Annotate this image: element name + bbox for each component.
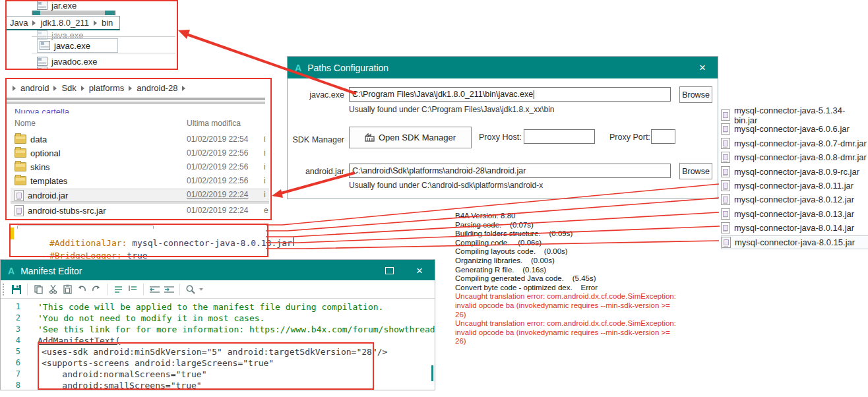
line-number: 2 (1, 313, 20, 322)
modified-date: 01/02/2019 22:56 (187, 148, 248, 158)
line-number: 6 (1, 358, 20, 367)
breadcrumb-platforms[interactable]: platforms (89, 83, 124, 93)
close-icon[interactable]: × (691, 57, 714, 78)
b4a-logo-icon: A (8, 266, 15, 276)
maximize-icon[interactable] (385, 267, 394, 274)
log-line: Convert byte code - optimized dex. Error (455, 284, 739, 293)
modified-date: 01/02/2019 22:56 (187, 176, 248, 185)
modified-date: 01/02/2019 22:54 (187, 135, 248, 144)
redo-icon[interactable] (90, 284, 102, 295)
horizontal-scrollbar[interactable] (32, 11, 116, 15)
screenshot-canvas: jar.exe Java jdk1.8.0_211 bin java.exe j… (0, 0, 868, 397)
undo-icon[interactable] (76, 284, 88, 295)
browse-android-button[interactable]: Browse (679, 163, 712, 179)
log-error-line: Uncaught translation error: com.android.… (455, 319, 739, 328)
manifest-titlebar[interactable]: A Manifest Editor × (1, 260, 435, 282)
file-row-jar-exe[interactable]: jar.exe (37, 1, 77, 11)
breadcrumb-java[interactable]: Java (10, 18, 28, 28)
shift-left-icon[interactable] (148, 284, 160, 295)
folder-icon (15, 176, 26, 185)
manifest-code-line: android:smallScreens="true" (42, 381, 202, 390)
file-row-clipped[interactable] (37, 65, 51, 69)
proxy-port-input[interactable] (651, 129, 675, 144)
chevron-right-icon (129, 86, 132, 91)
jar-file-icon (15, 190, 24, 201)
line-number: 7 (1, 369, 20, 379)
dialog-title: Paths Configuration (307, 63, 388, 73)
paste-icon[interactable] (61, 284, 73, 295)
manifest-code-line: 'You do not need to modify it in most ca… (38, 313, 264, 323)
search-dropdown-icon[interactable] (199, 288, 203, 291)
android-hint: Usually found under C:\android-sdk\platf… (349, 181, 543, 190)
search-icon[interactable] (185, 284, 197, 295)
horizontal-scrollbar[interactable] (7, 98, 265, 100)
log-line: Compiling code. (0.06s) (455, 239, 739, 248)
jar-list-item[interactable]: mysql-connector-java-8.0.12.jar (721, 193, 867, 206)
jar-list-item-selected[interactable]: mysql-connector-java-8.0.15.jar (721, 235, 868, 249)
modified-date: 01/02/2019 22:24 (187, 190, 248, 199)
jar-file-icon (721, 180, 730, 191)
vertical-scrollbar[interactable] (431, 365, 433, 381)
indent-list-icon[interactable] (112, 284, 124, 295)
line-number: 5 (1, 347, 20, 356)
chevron-right-icon (13, 86, 16, 91)
jar-file-icon (721, 123, 730, 135)
chevron-right-icon (81, 86, 84, 91)
shift-right-icon[interactable] (163, 284, 175, 295)
manifest-code-line: android:normalScreens="true" (42, 369, 206, 379)
scrollbar-thumb[interactable] (105, 11, 115, 15)
jar-list-item[interactable]: mysql-connector-java-8.0.9-rc.jar (721, 166, 867, 178)
proxy-port-label: Proxy Port: (609, 133, 650, 142)
outdent-list-icon[interactable] (127, 284, 139, 295)
chevron-right-icon (32, 20, 36, 26)
folder-icon (15, 135, 26, 144)
file-name: javac.exe (54, 41, 90, 51)
manifest-code-line: <supports-screens android:largeScreens="… (42, 358, 274, 368)
proxy-host-label: Proxy Host: (479, 133, 522, 142)
column-header-name[interactable]: Nome (15, 119, 36, 128)
jar-file-icon (721, 194, 730, 205)
manifest-code-line: AddManifestText( (38, 336, 120, 346)
log-error-line: invalid opcode ba (invokedynamic require… (455, 301, 739, 311)
new-folder-button[interactable]: Nuova cartella (15, 107, 69, 113)
breadcrumb-android[interactable]: android (20, 83, 49, 93)
breadcrumb-jdk[interactable]: jdk1.8.0_211 (40, 18, 89, 28)
jar-list-item[interactable]: mysql-connector-java-8.0.14.jar (721, 222, 867, 234)
jar-list-item[interactable]: mysql-connector-java-8.0.13.jar (721, 208, 867, 220)
copy-icon[interactable] (32, 284, 44, 295)
modified-date: 01/02/2019 22:24 (187, 206, 248, 215)
javac-path-input[interactable]: C:\Program Files\Java\jdk1.8.0_211\bin\j… (349, 87, 671, 102)
horizontal-scrollbar[interactable] (7, 102, 265, 104)
breadcrumb-sdk[interactable]: Sdk (61, 83, 76, 93)
text-caret (534, 90, 534, 99)
jar-file-icon (721, 109, 730, 121)
cut-icon[interactable] (47, 284, 59, 295)
proxy-host-input[interactable] (524, 129, 595, 144)
jar-file-icon (721, 152, 730, 163)
file-row-javac-exe[interactable]: javac.exe (37, 38, 118, 53)
browse-javac-button[interactable]: Browse (679, 86, 712, 103)
column-header-modified[interactable]: Ultima modifica (187, 119, 241, 128)
modified-date: 01/02/2019 22:56 (187, 162, 248, 171)
jar-file-icon (721, 138, 730, 149)
jar-list-item[interactable]: mysql-connector-java-8.0.7-dmr.jar (721, 137, 867, 150)
jar-list-item[interactable]: mysql-connector-java-8.0.8-dmr.jar (721, 151, 867, 164)
android-jar-label: android.jar (288, 167, 344, 176)
toolbar-grip[interactable] (3, 284, 7, 295)
folder-icon (15, 162, 26, 171)
explorer-sdk-fragment: android Sdk platforms android-28 Nuova c… (5, 78, 269, 218)
close-icon[interactable]: × (408, 260, 431, 282)
manifest-toolbar (1, 280, 435, 299)
save-icon[interactable] (11, 284, 22, 295)
javac-label: javac.exe (288, 90, 344, 100)
open-sdk-manager-button[interactable]: Open SDK Manager (349, 127, 472, 148)
android-jar-path-input[interactable]: C:\android\Sdk\platforms\android-28\andr… (349, 164, 671, 178)
jar-list-item[interactable]: mysql-connector-java-5.1.34-bin.jar (721, 109, 867, 121)
log-line: B4A Version: 8.80 (455, 212, 739, 221)
jar-list-item[interactable]: mysql-connector-java-8.0.11.jar (721, 179, 867, 192)
jar-list-item[interactable]: mysql-connector-java-6.0.6.jar (721, 123, 867, 135)
scrollbar-thumb[interactable] (32, 11, 40, 15)
dialog-titlebar[interactable]: A Paths Configuration × (288, 57, 718, 78)
breadcrumb-android-28[interactable]: android-28 (137, 83, 177, 93)
breadcrumb-bin[interactable]: bin (102, 18, 113, 28)
